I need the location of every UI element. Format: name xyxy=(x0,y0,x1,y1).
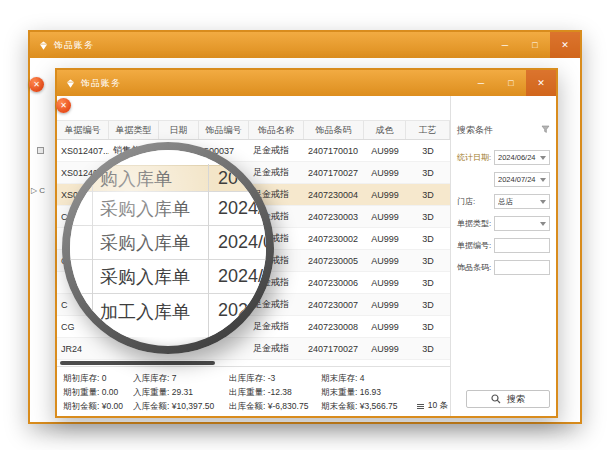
magnified-gridline xyxy=(208,164,209,346)
outbound-stock: 出库库存: -3 xyxy=(229,373,321,385)
col-header-doc-no[interactable]: 单据编号 xyxy=(57,121,109,139)
cell: AU999 xyxy=(364,272,406,293)
background-titlebar: 饰品账务 ─ □ ✕ xyxy=(30,32,580,58)
cell: 足金戒指 xyxy=(249,140,304,161)
close-button[interactable]: ✕ xyxy=(526,70,556,96)
closing-amount: 期末金额: ¥3,566.75 xyxy=(321,401,421,413)
table-row[interactable]: JR24足金戒指2407170027AU9993D xyxy=(57,338,452,360)
close-button[interactable]: ✕ xyxy=(550,32,580,58)
opening-stock: 期初库存: 0 xyxy=(63,373,133,385)
date-from-value: 2024/06/24 xyxy=(498,153,536,162)
cell: 2407230007 xyxy=(304,294,364,315)
outbound-weight: 出库重量: -12.38 xyxy=(229,387,321,399)
cell: 2407170027 xyxy=(304,338,364,359)
cell: AU999 xyxy=(364,228,406,249)
inbound-amount: 入库金额: ¥10,397.50 xyxy=(133,401,229,413)
cell: AU999 xyxy=(364,338,406,359)
magnified-doc-type: 采购入库单 xyxy=(70,197,208,221)
app-gem-icon xyxy=(38,40,49,51)
date-to-select[interactable]: 2024/07/24 xyxy=(494,172,550,187)
magnified-row: 采购入库单 2024/0... xyxy=(70,259,266,293)
col-header-item-no[interactable]: 饰品编号 xyxy=(199,121,249,139)
cell: 3D xyxy=(406,250,450,271)
cell: 2407230008 xyxy=(304,316,364,337)
close-badge[interactable]: ✕ xyxy=(56,98,71,113)
magnified-date: 2024/0... xyxy=(208,266,266,287)
barcode-row: 饰品条码: xyxy=(457,260,550,275)
titlebar-left: 饰品账务 xyxy=(30,32,490,58)
cell: 3D xyxy=(406,272,450,293)
magnified-doc-type: 采购入库单 xyxy=(70,231,208,255)
cell: 3D xyxy=(406,316,450,337)
minimize-button[interactable]: ─ xyxy=(466,70,496,96)
doc-no-row: 单据编号: xyxy=(457,238,550,253)
chevron-down-icon xyxy=(540,156,546,160)
doc-no-input[interactable] xyxy=(494,238,550,253)
cell: 3D xyxy=(406,338,450,359)
cell: 足金戒指 xyxy=(249,316,304,337)
doc-type-label: 单据类型: xyxy=(457,218,491,229)
cell: AU999 xyxy=(364,162,406,183)
col-header-date[interactable]: 日期 xyxy=(159,121,199,139)
record-count: 10 条 xyxy=(417,400,448,412)
titlebar-left: 饰品账务 xyxy=(57,70,466,96)
record-count-label: 10 条 xyxy=(428,400,448,412)
tree-expander-icon[interactable]: ▷ xyxy=(31,186,37,195)
pin-icon[interactable] xyxy=(541,125,550,135)
opening-weight: 期初重量: 0.00 xyxy=(63,387,133,399)
totals-bar: 期初库存: 0 入库库存: 7 出库库存: -3 期末库存: 4 期初重量: 0… xyxy=(57,366,452,416)
cell: 2407170010 xyxy=(304,140,364,161)
close-badge[interactable]: ✕ xyxy=(29,77,44,92)
cell: 3D xyxy=(406,184,450,205)
cell: 足金戒指 xyxy=(249,338,304,359)
chevron-down-icon xyxy=(540,178,546,182)
magnified-date: 2024/0... xyxy=(208,198,266,219)
background-tree-item[interactable]: ▷ C xyxy=(31,186,45,195)
col-header-doc-type[interactable]: 单据类型 xyxy=(109,121,159,139)
dialog-titlebar: 饰品账务 ─ □ ✕ xyxy=(57,70,556,96)
cell: AU999 xyxy=(364,206,406,227)
maximize-button[interactable]: □ xyxy=(496,70,526,96)
search-panel: 搜索条件 统计日期: 2024/06/24 2024/07/24 xyxy=(450,96,556,416)
magnified-date: 20 xyxy=(208,168,238,189)
cell: XS012407... xyxy=(57,140,109,161)
cell: 3D xyxy=(406,206,450,227)
search-button[interactable]: 搜索 xyxy=(466,390,550,408)
doc-type-select[interactable] xyxy=(494,216,550,231)
outbound-amount: 出库金额: ¥-6,830.75 xyxy=(229,401,321,413)
doc-type-row: 单据类型: xyxy=(457,216,550,231)
minimize-button[interactable]: ─ xyxy=(490,32,520,58)
horizontal-scrollbar-thumb[interactable] xyxy=(60,361,215,365)
store-row: 门店: 总店 xyxy=(457,194,550,209)
cell: 足金戒指 xyxy=(249,162,304,183)
col-header-barcode[interactable]: 饰品条码 xyxy=(304,121,364,139)
search-panel-header: 搜索条件 xyxy=(457,122,550,138)
app-gem-icon xyxy=(65,78,76,89)
tree-item-label: C xyxy=(39,186,45,195)
barcode-input[interactable] xyxy=(494,260,550,275)
closing-weight: 期末重量: 16.93 xyxy=(321,387,421,399)
window-title: 饰品账务 xyxy=(81,77,121,90)
col-header-item-name[interactable]: 饰品名称 xyxy=(249,121,304,139)
maximize-button[interactable]: □ xyxy=(520,32,550,58)
magnified-gridline xyxy=(92,164,93,346)
magnified-date: 2024/0... xyxy=(208,232,266,253)
col-header-craft[interactable]: 工艺 xyxy=(406,121,450,139)
cell: 3D xyxy=(406,162,450,183)
cell: 3D xyxy=(406,294,450,315)
cell: AU999 xyxy=(364,184,406,205)
amount-totals-row: 期初金额: ¥0.00 入库金额: ¥10,397.50 出库金额: ¥-6,8… xyxy=(63,400,452,414)
stock-totals-row: 期初库存: 0 入库库存: 7 出库库存: -3 期末库存: 4 xyxy=(63,372,452,386)
chevron-down-icon xyxy=(540,222,546,226)
cell: AU999 xyxy=(364,250,406,271)
cell: 2407230004 xyxy=(304,184,364,205)
store-select[interactable]: 总店 xyxy=(494,194,550,209)
inbound-stock: 入库库存: 7 xyxy=(133,373,229,385)
opening-amount: 期初金额: ¥0.00 xyxy=(63,401,133,413)
cell: AU999 xyxy=(364,140,406,161)
date-from-select[interactable]: 2024/06/24 xyxy=(494,150,550,165)
background-toolbar-icon xyxy=(37,147,44,154)
col-header-purity[interactable]: 成色 xyxy=(364,121,406,139)
date-to-row: 2024/07/24 xyxy=(457,172,550,187)
date-from-row: 统计日期: 2024/06/24 xyxy=(457,150,550,165)
